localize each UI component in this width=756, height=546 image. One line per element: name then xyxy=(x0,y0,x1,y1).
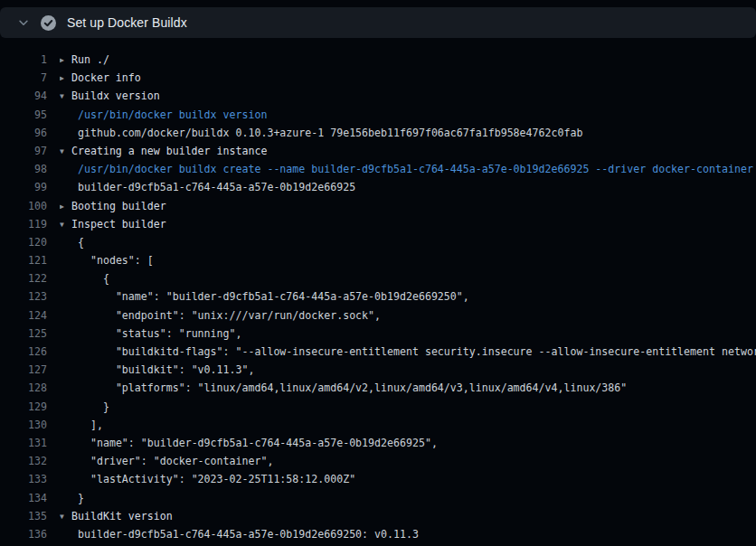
triangle-expanded-icon: ▼ xyxy=(60,508,71,525)
line-number[interactable]: 135 xyxy=(0,507,47,525)
line-number[interactable]: 7 xyxy=(0,69,47,87)
log-line: 122 { xyxy=(0,269,756,287)
group-title: Booting builder xyxy=(71,200,166,212)
log-line: 130 ], xyxy=(0,416,756,434)
check-circle-icon xyxy=(41,15,56,31)
log-group-header[interactable]: ▼Inspect builder xyxy=(60,215,756,233)
group-title: Inspect builder xyxy=(71,218,166,231)
log-output-text: ], xyxy=(60,416,756,434)
line-number[interactable]: 132 xyxy=(0,452,47,470)
line-number[interactable]: 94 xyxy=(0,87,47,105)
group-title: Creating a new builder instance xyxy=(71,145,267,157)
line-number[interactable]: 1 xyxy=(0,51,47,69)
log-output-text: "name": "builder-d9cfb5a1-c764-445a-a57e… xyxy=(60,287,756,306)
log-group-header[interactable]: ▶Docker info xyxy=(60,69,756,87)
log-line: 97▼Creating a new builder instance xyxy=(0,142,756,160)
line-number[interactable]: 100 xyxy=(0,197,47,215)
line-number[interactable]: 134 xyxy=(0,489,47,507)
line-number[interactable]: 95 xyxy=(0,106,47,124)
triangle-collapsed-icon: ▶ xyxy=(60,70,71,87)
triangle-expanded-icon: ▼ xyxy=(60,88,71,105)
log-output-text: } xyxy=(60,398,756,416)
triangle-expanded-icon: ▼ xyxy=(60,143,71,160)
log-group-header[interactable]: ▼Creating a new builder instance xyxy=(60,142,756,160)
log-command-text: /usr/bin/docker buildx version xyxy=(60,106,756,124)
line-number[interactable]: 119 xyxy=(0,215,47,233)
log-line: 127 "buildkit": "v0.11.3", xyxy=(0,361,756,379)
log-output-text: "buildkitd-flags": "--allow-insecure-ent… xyxy=(60,343,756,361)
log-line: 121 "nodes": [ xyxy=(0,251,756,269)
log-line: 119▼Inspect builder xyxy=(0,215,756,233)
log-output-text: "status": "running", xyxy=(60,325,756,343)
group-title: Buildx version xyxy=(71,89,160,102)
line-number[interactable]: 131 xyxy=(0,434,47,452)
step-header[interactable]: Set up Docker Buildx xyxy=(0,7,756,38)
group-title: BuildKit version xyxy=(71,510,173,522)
line-number[interactable]: 121 xyxy=(0,251,47,269)
triangle-collapsed-icon: ▶ xyxy=(60,198,71,215)
log-output-text: "endpoint": "unix:///var/run/docker.sock… xyxy=(60,306,756,325)
log-line: 96github.com/docker/buildx 0.10.3+azure-… xyxy=(0,124,756,142)
log-output-text: github.com/docker/buildx 0.10.3+azure-1 … xyxy=(60,124,756,142)
line-number[interactable]: 127 xyxy=(0,361,47,379)
log-group-header[interactable]: ▶Booting builder xyxy=(60,197,756,215)
log-line: 126 "buildkitd-flags": "--allow-insecure… xyxy=(0,343,756,361)
log-line: 98/usr/bin/docker buildx create --name b… xyxy=(0,160,756,178)
group-title: Run ./ xyxy=(71,53,109,66)
log-line: 99builder-d9cfb5a1-c764-445a-a57e-0b19d2… xyxy=(0,178,756,196)
log-output-text: "lastActivity": "2023-02-25T11:58:12.000… xyxy=(60,470,756,488)
line-number[interactable]: 99 xyxy=(0,178,47,196)
log-output-text: { xyxy=(60,233,756,251)
log-line: 7▶Docker info xyxy=(0,69,756,87)
step-title: Set up Docker Buildx xyxy=(67,15,187,30)
line-number[interactable]: 96 xyxy=(0,124,47,142)
log-line: 125 "status": "running", xyxy=(0,325,756,343)
log-line: 1▶Run ./ xyxy=(0,51,756,69)
line-number[interactable]: 125 xyxy=(0,325,47,343)
log-line: 120{ xyxy=(0,233,756,251)
line-number[interactable]: 129 xyxy=(0,398,47,416)
log-line: 123 "name": "builder-d9cfb5a1-c764-445a-… xyxy=(0,287,756,306)
log-output-text: "driver": "docker-container", xyxy=(60,452,756,470)
log-output-text: } xyxy=(60,489,756,507)
line-number[interactable]: 126 xyxy=(0,343,47,361)
log-line: 94▼Buildx version xyxy=(0,87,756,105)
log-line: 131 "name": "builder-d9cfb5a1-c764-445a-… xyxy=(0,434,756,452)
triangle-expanded-icon: ▼ xyxy=(60,216,71,233)
line-number[interactable]: 133 xyxy=(0,470,47,488)
line-number[interactable]: 128 xyxy=(0,379,47,397)
step-log: 1▶Run ./7▶Docker info94▼Buildx version95… xyxy=(0,38,756,546)
line-number[interactable]: 98 xyxy=(0,160,47,178)
log-output-text: "buildkit": "v0.11.3", xyxy=(60,361,756,379)
line-number[interactable]: 123 xyxy=(0,287,47,306)
line-number[interactable]: 124 xyxy=(0,306,47,325)
log-line: 129 } xyxy=(0,398,756,416)
log-line: 132 "driver": "docker-container", xyxy=(0,452,756,470)
log-output-text: { xyxy=(60,269,756,287)
line-number[interactable]: 136 xyxy=(0,525,47,543)
log-output-text: "platforms": "linux/amd64,linux/amd64/v2… xyxy=(60,379,756,397)
triangle-collapsed-icon: ▶ xyxy=(60,52,71,69)
line-number[interactable]: 97 xyxy=(0,142,47,160)
log-output-text: "name": "builder-d9cfb5a1-c764-445a-a57e… xyxy=(60,434,756,452)
log-group-header[interactable]: ▶Run ./ xyxy=(60,51,756,69)
log-line: 128 "platforms": "linux/amd64,linux/amd6… xyxy=(0,379,756,397)
line-number[interactable]: 122 xyxy=(0,269,47,287)
log-command-text: /usr/bin/docker buildx create --name bui… xyxy=(60,160,756,178)
log-line: 95/usr/bin/docker buildx version xyxy=(0,106,756,124)
log-line: 133 "lastActivity": "2023-02-25T11:58:12… xyxy=(0,470,756,488)
log-output-text: "nodes": [ xyxy=(60,251,756,269)
line-number[interactable]: 120 xyxy=(0,233,47,251)
log-output-text: builder-d9cfb5a1-c764-445a-a57e-0b19d2e6… xyxy=(60,525,756,543)
log-line: 124 "endpoint": "unix:///var/run/docker.… xyxy=(0,306,756,325)
log-line: 100▶Booting builder xyxy=(0,197,756,215)
log-output-text: builder-d9cfb5a1-c764-445a-a57e-0b19d2e6… xyxy=(60,178,756,196)
chevron-down-icon[interactable] xyxy=(16,15,31,30)
line-number[interactable]: 130 xyxy=(0,416,47,434)
log-line: 135▼BuildKit version xyxy=(0,507,756,525)
log-group-header[interactable]: ▼Buildx version xyxy=(60,87,756,105)
log-group-header[interactable]: ▼BuildKit version xyxy=(60,507,756,525)
group-title: Docker info xyxy=(71,71,141,84)
log-line: 134} xyxy=(0,489,756,507)
actions-log-viewer: Set up Docker Buildx 1▶Run ./7▶Docker in… xyxy=(0,0,756,546)
